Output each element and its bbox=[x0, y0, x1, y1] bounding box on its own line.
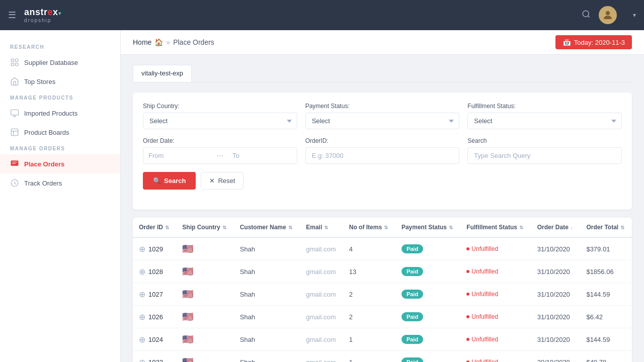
sort-icon-customer-name[interactable]: ⇅ bbox=[288, 225, 292, 230]
cell-country: 🇺🇸 bbox=[176, 283, 233, 306]
cell-order-id: ⊕ 1023 bbox=[133, 351, 176, 363]
unfulfilled-dot bbox=[466, 293, 469, 296]
cell-customer: Shah bbox=[234, 306, 300, 328]
table-row: ⊕ 1024 🇺🇸 Shah gmail.com 1 Paid Unfulfil… bbox=[133, 328, 632, 351]
cell-total: $40.78 bbox=[580, 351, 632, 363]
unfulfilled-dot bbox=[466, 247, 469, 250]
fulfillment-status: Unfulfilled bbox=[466, 313, 525, 320]
cell-country: 🇺🇸 bbox=[176, 260, 233, 283]
sidebar-item-track-orders[interactable]: Track Orders bbox=[0, 173, 120, 193]
date-range: ··· bbox=[143, 147, 297, 164]
sort-icon-order-id[interactable]: ⇅ bbox=[165, 225, 169, 230]
sort-icon-email[interactable]: ⇅ bbox=[324, 225, 328, 230]
svg-rect-10 bbox=[11, 129, 18, 136]
cell-customer: Shah bbox=[234, 328, 300, 351]
cell-date: 30/10/2020 bbox=[531, 351, 581, 363]
search-icon[interactable] bbox=[582, 10, 591, 21]
fulfillment-status-select[interactable]: Select bbox=[467, 113, 622, 129]
payment-badge: Paid bbox=[401, 335, 423, 344]
search-button[interactable]: 🔍 Search bbox=[143, 172, 196, 190]
cell-fulfillment: Unfulfilled bbox=[460, 237, 531, 260]
orderid-label: OrderID: bbox=[305, 137, 460, 144]
top-stores-icon bbox=[10, 77, 19, 86]
table-header-row: Order ID⇅ Ship Country⇅ Customer Name⇅ E… bbox=[133, 218, 632, 237]
svg-point-2 bbox=[606, 11, 610, 15]
cell-country: 🇺🇸 bbox=[176, 306, 233, 328]
ship-country-select[interactable]: Select bbox=[143, 113, 297, 129]
user-menu-chevron-icon[interactable]: ▾ bbox=[633, 12, 636, 19]
svg-rect-3 bbox=[11, 59, 14, 61]
sidebar-item-imported-products[interactable]: Imported Products bbox=[0, 104, 120, 123]
cell-customer: Shah bbox=[234, 237, 300, 260]
sort-icon-payment[interactable]: ⇅ bbox=[449, 225, 453, 230]
date-separator: ··· bbox=[215, 151, 225, 160]
expand-icon[interactable]: ⊕ bbox=[139, 244, 145, 254]
search-query-input[interactable] bbox=[467, 147, 622, 164]
sidebar-section-manage-orders: MANAGE ORDERS bbox=[0, 142, 120, 154]
sidebar-label-supplier-database: Supplier Database bbox=[24, 59, 78, 66]
sort-icon-ship-country[interactable]: ⇅ bbox=[222, 225, 226, 230]
sort-icon-fulfillment[interactable]: ⇅ bbox=[519, 225, 523, 230]
cell-country: 🇺🇸 bbox=[176, 351, 233, 363]
tab-vitaliy-test-exp[interactable]: vitaliy-test-exp bbox=[133, 65, 192, 82]
payment-status-select[interactable]: Select bbox=[305, 113, 460, 129]
expand-icon[interactable]: ⊕ bbox=[139, 357, 145, 363]
cell-total: $379.01 bbox=[580, 237, 632, 260]
today-date: Today: 2020-11-3 bbox=[574, 39, 625, 46]
sort-icon-total[interactable]: ⇅ bbox=[620, 225, 624, 230]
ship-country-label: Ship Country: bbox=[143, 103, 297, 110]
col-ship-country: Ship Country⇅ bbox=[176, 218, 233, 237]
flag-icon: 🇺🇸 bbox=[182, 357, 193, 362]
avatar[interactable] bbox=[599, 6, 617, 24]
cell-email: gmail.com bbox=[300, 237, 343, 260]
table-row: ⊕ 1028 🇺🇸 Shah gmail.com 13 Paid Unfulfi… bbox=[133, 260, 632, 283]
col-customer-name: Customer Name⇅ bbox=[234, 218, 300, 237]
sort-icon-date[interactable]: ↓ bbox=[571, 225, 573, 230]
reset-button[interactable]: ✕ Reset bbox=[201, 172, 244, 190]
flag-icon: 🇺🇸 bbox=[182, 266, 193, 277]
cell-date: 31/10/2020 bbox=[531, 306, 581, 328]
cell-payment: Paid bbox=[395, 328, 460, 351]
col-payment-status: Payment Status⇅ bbox=[395, 218, 460, 237]
flag-icon: 🇺🇸 bbox=[182, 312, 193, 322]
filter-card: Ship Country: Select Payment Status: Sel… bbox=[133, 93, 632, 210]
cell-items: 4 bbox=[343, 237, 395, 260]
logo: anstrex▾ dropship bbox=[24, 7, 61, 23]
cell-date: 31/10/2020 bbox=[531, 260, 581, 283]
fulfillment-status-label: Fulfillment Status: bbox=[467, 103, 622, 110]
orders-table: Order ID⇅ Ship Country⇅ Customer Name⇅ E… bbox=[133, 218, 632, 362]
product-boards-icon bbox=[10, 128, 19, 137]
ship-country-group: Ship Country: Select bbox=[143, 103, 297, 129]
sidebar-item-place-orders[interactable]: Place Orders bbox=[0, 154, 120, 173]
date-to-input[interactable] bbox=[227, 148, 297, 163]
search-btn-icon: 🔍 bbox=[153, 177, 161, 185]
reset-btn-label: Reset bbox=[218, 177, 235, 185]
orderid-input[interactable] bbox=[305, 147, 460, 164]
sidebar-label-product-boards: Product Boards bbox=[24, 129, 69, 136]
cell-fulfillment: Unfulfilled bbox=[460, 260, 531, 283]
payment-badge: Paid bbox=[401, 267, 423, 276]
col-no-of-items: No of Items⇅ bbox=[343, 218, 395, 237]
breadcrumb-current: Place Orders bbox=[173, 38, 214, 46]
imported-products-icon bbox=[10, 109, 19, 118]
col-order-total: Order Total⇅ bbox=[580, 218, 632, 237]
expand-icon[interactable]: ⊕ bbox=[139, 335, 145, 344]
cell-payment: Paid bbox=[395, 237, 460, 260]
expand-icon[interactable]: ⊕ bbox=[139, 312, 145, 322]
date-from-input[interactable] bbox=[143, 148, 213, 163]
svg-rect-13 bbox=[11, 160, 19, 166]
expand-icon[interactable]: ⊕ bbox=[139, 290, 145, 299]
breadcrumb-home[interactable]: Home bbox=[133, 38, 151, 46]
sidebar-item-product-boards[interactable]: Product Boards bbox=[0, 123, 120, 142]
hamburger-icon[interactable]: ☰ bbox=[8, 10, 16, 21]
sort-icon-items[interactable]: ⇅ bbox=[384, 225, 388, 230]
order-id-value: 1027 bbox=[148, 291, 163, 298]
fulfillment-status: Unfulfilled bbox=[466, 358, 525, 362]
fulfillment-status: Unfulfilled bbox=[466, 336, 525, 343]
cell-email: gmail.com bbox=[300, 283, 343, 306]
sidebar-item-supplier-database[interactable]: Supplier Database bbox=[0, 53, 120, 72]
cell-fulfillment: Unfulfilled bbox=[460, 328, 531, 351]
cell-items: 2 bbox=[343, 283, 395, 306]
expand-icon[interactable]: ⊕ bbox=[139, 267, 145, 277]
sidebar-item-top-stores[interactable]: Top Stores bbox=[0, 72, 120, 91]
